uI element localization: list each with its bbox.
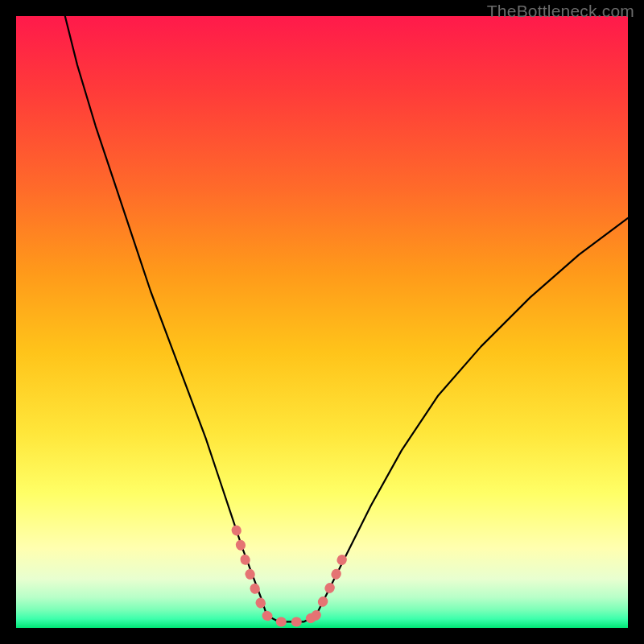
watermark-text: TheBottleneck.com bbox=[487, 2, 634, 21]
curve-right bbox=[316, 218, 628, 616]
chart-frame: TheBottleneck.com bbox=[0, 0, 644, 644]
overlay-left bbox=[237, 530, 267, 615]
overlay-right bbox=[316, 548, 346, 616]
chart-svg bbox=[16, 16, 628, 628]
plot-area bbox=[16, 16, 628, 628]
